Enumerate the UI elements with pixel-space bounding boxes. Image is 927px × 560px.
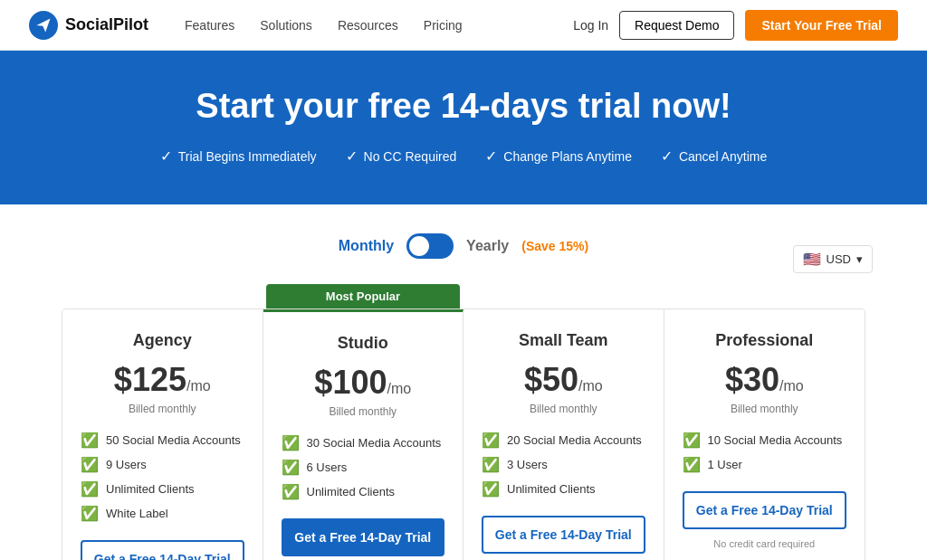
price-per-studio: /mo [387, 381, 411, 396]
feature-studio-2: ✅6 Users [282, 459, 445, 476]
hero-feature-label-1: Trial Begins Immediately [178, 149, 317, 164]
feature-smallteam-3: ✅Unlimited Clients [482, 480, 645, 498]
feat-check-icon: ✅ [81, 456, 99, 473]
login-button[interactable]: Log In [573, 18, 608, 33]
feature-agency-1: ✅50 Social Media Accounts [81, 432, 244, 449]
plan-billing-studio: Billed monthly [282, 405, 445, 418]
plan-small-team: Small Team $50/mo Billed monthly ✅20 Soc… [464, 309, 664, 560]
price-dollar-studio: $ [314, 364, 332, 401]
check-icon-3: ✓ [485, 147, 497, 165]
hero-feature-4: ✓ Cancel Anytime [661, 147, 767, 165]
nav-features[interactable]: Features [185, 18, 234, 33]
check-icon-2: ✓ [346, 147, 358, 165]
plans-grid: Agency $125/mo Billed monthly ✅50 Social… [62, 308, 865, 560]
check-icon-1: ✓ [160, 147, 172, 165]
demo-button[interactable]: Request Demo [619, 11, 734, 40]
nav-solutions[interactable]: Solutions [260, 18, 312, 33]
hero-feature-2: ✓ No CC Required [346, 147, 457, 165]
plan-agency: Agency $125/mo Billed monthly ✅50 Social… [62, 309, 263, 560]
pricing-section: Monthly Yearly (Save 15%) 🇺🇸 USD ▾ Most … [0, 204, 927, 560]
plans-wrapper: Most Popular Agency $125/mo Billed month… [47, 284, 880, 560]
feat-check-icon: ✅ [282, 459, 300, 476]
cta-professional[interactable]: Get a Free 14-Day Trial [683, 491, 847, 529]
feature-pro-1: ✅10 Social Media Accounts [683, 432, 847, 449]
price-amount-studio: 100 [332, 364, 387, 401]
chevron-down-icon: ▾ [856, 252, 863, 266]
price-amount-small-team: 50 [542, 361, 578, 398]
hero-feature-label-2: No CC Required [364, 149, 457, 164]
nav-actions: Log In Request Demo Start Your Free Tria… [573, 10, 898, 41]
feature-agency-2: ✅9 Users [81, 456, 244, 473]
feat-check-icon: ✅ [683, 456, 701, 473]
plan-price-agency: $125/mo [81, 361, 244, 399]
nav-links: Features Solutions Resources Pricing [185, 18, 573, 33]
plan-price-studio: $100/mo [282, 364, 445, 402]
nav-pricing[interactable]: Pricing [424, 18, 463, 33]
yearly-label: Yearly [466, 238, 509, 254]
feat-check-icon: ✅ [482, 456, 500, 473]
plan-professional: Professional $30/mo Billed monthly ✅10 S… [664, 309, 865, 560]
feature-pro-2: ✅1 User [683, 456, 847, 473]
feature-studio-3: ✅Unlimited Clients [282, 483, 445, 500]
plan-billing-professional: Billed monthly [683, 403, 847, 415]
hero-feature-label-3: Change Plans Anytime [503, 149, 632, 164]
plan-billing-small-team: Billed monthly [482, 403, 645, 415]
price-per-agency: /mo [186, 378, 211, 394]
cta-agency[interactable]: Get a Free 14-Day Trial [81, 540, 244, 560]
plan-features-small-team: ✅20 Social Media Accounts ✅3 Users ✅Unli… [482, 432, 645, 498]
most-popular-bar: Most Popular [266, 284, 460, 308]
price-per-professional: /mo [779, 378, 804, 394]
save-badge: (Save 15%) [521, 239, 588, 253]
hero-section: Start your free 14-days trial now! ✓ Tri… [0, 51, 927, 204]
plan-name-small-team: Small Team [482, 331, 645, 350]
cta-studio[interactable]: Get a Free 14-Day Trial [282, 518, 445, 556]
no-cc-professional: No credit card required [683, 538, 847, 549]
currency-selector[interactable]: 🇺🇸 USD ▾ [793, 245, 873, 273]
plan-price-small-team: $50/mo [482, 361, 645, 399]
currency-code: USD [827, 252, 851, 266]
logo-link[interactable]: SocialPilot [29, 11, 148, 40]
plan-name-agency: Agency [81, 331, 244, 350]
plan-features-professional: ✅10 Social Media Accounts ✅1 User [683, 432, 847, 473]
trial-nav-button[interactable]: Start Your Free Trial [745, 10, 898, 41]
plan-features-agency: ✅50 Social Media Accounts ✅9 Users ✅Unli… [81, 432, 244, 522]
feat-check-icon: ✅ [282, 434, 300, 451]
plan-studio: Studio $100/mo Billed monthly ✅30 Social… [263, 309, 464, 560]
feat-check-icon: ✅ [282, 483, 300, 500]
hero-headline: Start your free 14-days trial now! [18, 87, 909, 126]
plan-name-studio: Studio [282, 334, 445, 353]
logo-icon [29, 11, 58, 40]
feature-agency-3: ✅Unlimited Clients [81, 480, 244, 498]
price-amount-professional: 30 [743, 361, 779, 398]
toggle-row: Monthly Yearly (Save 15%) [339, 233, 588, 259]
toggle-slider [406, 233, 454, 259]
flag-icon: 🇺🇸 [803, 251, 821, 268]
feature-studio-1: ✅30 Social Media Accounts [282, 434, 445, 451]
toggle-row-wrapper: Monthly Yearly (Save 15%) 🇺🇸 USD ▾ [18, 233, 909, 284]
hero-feature-label-4: Cancel Anytime [679, 149, 767, 164]
feat-check-icon: ✅ [482, 480, 500, 498]
price-dollar-professional: $ [725, 361, 743, 398]
hero-feature-3: ✓ Change Plans Anytime [485, 147, 632, 165]
price-dollar-agency: $ [114, 361, 132, 398]
hero-features: ✓ Trial Begins Immediately ✓ No CC Requi… [18, 147, 909, 165]
plan-price-professional: $30/mo [683, 361, 847, 399]
hero-feature-1: ✓ Trial Begins Immediately [160, 147, 317, 165]
feat-check-icon: ✅ [81, 432, 99, 449]
feat-check-icon: ✅ [81, 480, 99, 498]
nav-resources[interactable]: Resources [338, 18, 398, 33]
feat-check-icon: ✅ [482, 432, 500, 449]
check-icon-4: ✓ [661, 147, 673, 165]
feature-smallteam-1: ✅20 Social Media Accounts [482, 432, 645, 449]
cta-small-team[interactable]: Get a Free 14-Day Trial [482, 516, 645, 554]
price-amount-agency: 125 [132, 361, 186, 398]
price-dollar-small-team: $ [524, 361, 542, 398]
monthly-label: Monthly [339, 238, 394, 254]
navbar: SocialPilot Features Solutions Resources… [0, 0, 927, 51]
feat-check-icon: ✅ [81, 505, 99, 522]
plan-features-studio: ✅30 Social Media Accounts ✅6 Users ✅Unli… [282, 434, 445, 500]
plan-billing-agency: Billed monthly [81, 403, 244, 415]
feat-check-icon: ✅ [683, 432, 701, 449]
price-per-small-team: /mo [578, 378, 603, 394]
billing-toggle[interactable] [406, 233, 454, 259]
